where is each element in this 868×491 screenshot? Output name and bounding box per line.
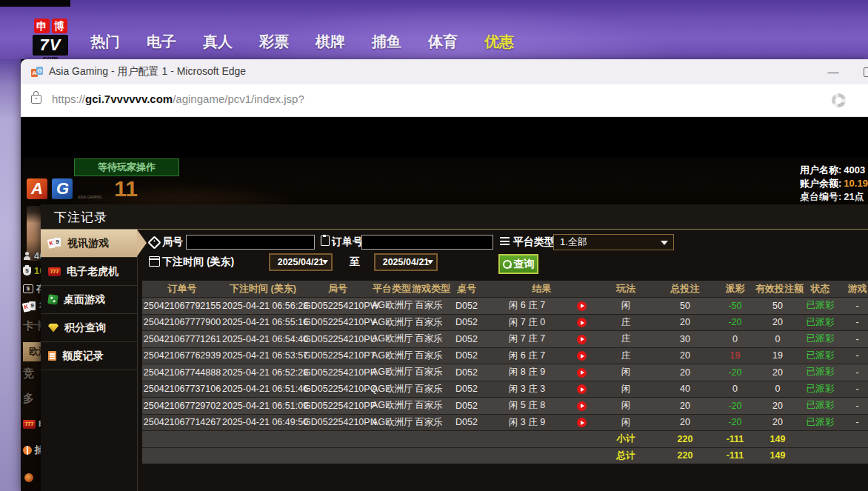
query-button[interactable]: 查询 <box>498 254 538 274</box>
cell: GD052254210PR <box>304 367 372 378</box>
nav-item-体育[interactable]: 体育 <box>428 32 458 52</box>
cell: 20 <box>655 317 715 327</box>
cell: 2025-04-21 06:56:28 <box>222 301 304 311</box>
cell: GD052254210PV <box>304 317 372 327</box>
bet-table: 订单号下注时间 (美东)局号平台类型游戏类型桌号结果玩法总投注派彩有效投注额状态… <box>142 281 868 464</box>
nav-item-优惠[interactable]: 优惠 <box>484 32 514 52</box>
cell <box>567 367 596 378</box>
play-icon[interactable] <box>577 335 587 344</box>
date-to-select[interactable]: 2025/04/21 <box>374 253 438 271</box>
sidebar-item-积分查询[interactable]: 积分查询 <box>41 314 137 342</box>
order-number-input[interactable] <box>361 235 493 250</box>
cell: 小计 <box>596 432 655 445</box>
play-icon[interactable] <box>577 351 587 361</box>
panel-sidebar: 视讯游戏电子老虎机桌面游戏积分查询额度记录 <box>41 230 138 491</box>
page-background-strip <box>0 59 21 491</box>
table-header-row: 订单号下注时间 (美东)局号平台类型游戏类型桌号结果玩法总投注派彩有效投注额状态… <box>142 281 868 297</box>
nav-item-捕鱼[interactable]: 捕鱼 <box>372 32 401 52</box>
cell: 闲 <box>596 299 655 312</box>
cell: 2025-04-21 06:54:40 <box>222 334 304 344</box>
cell: -20 <box>715 401 755 411</box>
cell: D052 <box>446 301 487 311</box>
sidebar-item-额度记录[interactable]: 额度记录 <box>41 342 137 370</box>
cell: 已派彩 <box>800 299 841 312</box>
platform-type-label: 平台类型 <box>513 236 555 249</box>
panel-title: 下注记录 <box>54 209 107 226</box>
url-text[interactable]: https://gci.7vvvvvv.com/agingame/pcv1/in… <box>52 93 304 105</box>
sidebar-item-电子老虎机[interactable]: 电子老虎机 <box>41 258 137 286</box>
strip-item-竞[interactable]: 竞 <box>23 367 34 381</box>
play-icon[interactable] <box>577 368 587 378</box>
cell: 总计 <box>596 450 655 462</box>
sidebar-item-label: 桌面游戏 <box>64 293 105 307</box>
round-number-input[interactable] <box>186 235 315 250</box>
cell: D052 <box>446 350 487 361</box>
column-header: 结果 <box>487 282 596 295</box>
nav-item-彩票[interactable]: 彩票 <box>259 32 289 52</box>
dice-icon <box>47 294 59 305</box>
sidebar-item-桌面游戏[interactable]: 桌面游戏 <box>41 286 137 314</box>
chevron-down-icon <box>322 260 328 264</box>
url-scheme: https:// <box>52 93 85 105</box>
cell: 0 <box>755 384 800 394</box>
cell: D052 <box>446 384 487 394</box>
table-row: 2504210677371062025-04-21 06:51:46GD0522… <box>142 381 868 398</box>
bet-records-panel: 下注记录 视讯游戏电子老虎机桌面游戏积分查询额度记录 局号 订单号 平台类型 1… <box>41 204 868 491</box>
subtotal-row: 小计220-111149 <box>142 430 868 447</box>
round-number-label: 局号 <box>162 236 183 249</box>
url-path: /agingame/pcv1/index.jsp? <box>173 93 304 105</box>
cell: 已派彩 <box>800 399 841 412</box>
table-row: 2504210677448882025-04-21 06:52:28GD0522… <box>142 364 868 381</box>
cell: D052 <box>446 367 487 378</box>
cell: - <box>841 367 868 378</box>
cell: 闲 7 庄 7 <box>487 333 567 345</box>
logo-7v: 7V <box>33 35 68 56</box>
date-from-select[interactable]: 2025/04/21 <box>269 253 333 271</box>
deposit-icon <box>23 284 33 293</box>
platform-select[interactable]: 1.全部 <box>553 234 674 250</box>
nav-item-棋牌[interactable]: 棋牌 <box>316 32 345 52</box>
site-banner: 申 博 7V com 热门电子真人彩票棋牌捕鱼体育优惠 <box>0 0 868 59</box>
cell: AG欧洲厅 <box>372 299 412 312</box>
minimize-button[interactable]: — <box>825 64 841 80</box>
cell: 149 <box>755 450 800 461</box>
column-header: 桌号 <box>446 282 487 295</box>
play-icon[interactable] <box>577 401 587 411</box>
cell: -111 <box>715 450 755 461</box>
maximize-button[interactable] <box>864 67 868 77</box>
sidebar-item-视讯游戏[interactable]: 视讯游戏 <box>41 230 137 258</box>
cell: AG欧洲厅 <box>372 383 412 395</box>
nav-item-热门[interactable]: 热门 <box>90 32 120 52</box>
cell: - <box>841 401 868 411</box>
cell: 20 <box>755 367 800 378</box>
cell: D052 <box>446 334 487 344</box>
strip-item-label: 竞 <box>23 367 34 381</box>
cell: -20 <box>715 317 755 327</box>
play-icon[interactable] <box>577 301 587 311</box>
nav-item-真人[interactable]: 真人 <box>203 32 233 52</box>
site-logo[interactable]: 申 博 7V com <box>31 19 70 62</box>
nav-item-电子[interactable]: 电子 <box>147 32 176 52</box>
strip-item-label: 多 <box>23 392 34 406</box>
cell: 0 <box>755 334 800 344</box>
date-to-value: 2025/04/21 <box>383 257 430 267</box>
lock-icon <box>31 95 41 104</box>
bet-time-label: 下注时间 (美东) <box>162 255 234 269</box>
doc-icon <box>48 351 56 361</box>
play-icon[interactable] <box>577 384 587 394</box>
cell: 百家乐 <box>412 416 446 429</box>
play-icon[interactable] <box>577 318 587 327</box>
refresh-icon[interactable] <box>832 93 846 107</box>
play-icon[interactable] <box>577 418 587 427</box>
cell: AG欧洲厅 <box>372 316 412 329</box>
diamond-icon <box>48 324 59 333</box>
url-bar[interactable]: https://gci.7vvvvvv.com/agingame/pcv1/in… <box>21 84 868 117</box>
cell: 已派彩 <box>800 350 841 362</box>
logo-badge-shen: 申 <box>34 19 50 33</box>
cell: -50 <box>715 301 755 311</box>
strip-item-多[interactable]: 多 <box>23 392 34 406</box>
cards-icon <box>23 301 36 313</box>
cell: 已派彩 <box>800 333 841 345</box>
cell: 2025-04-21 06:53:57 <box>222 350 304 361</box>
cell: 庄 <box>596 316 655 329</box>
